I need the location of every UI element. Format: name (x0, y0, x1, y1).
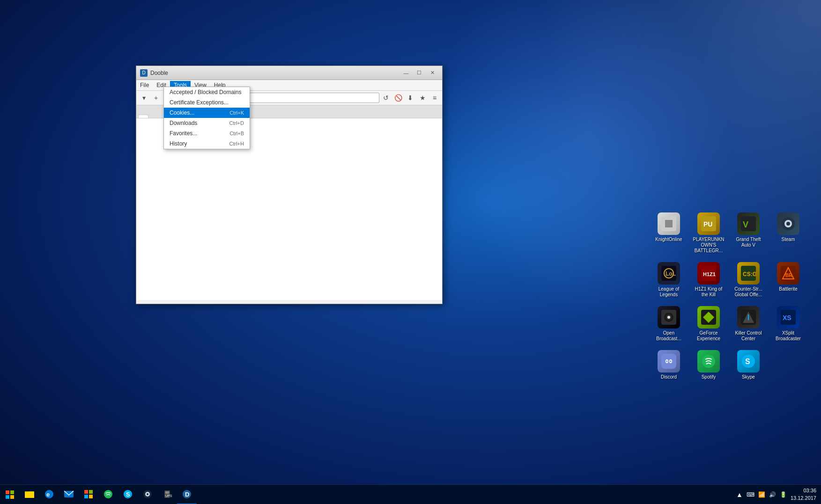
svg-marker-26 (743, 312, 754, 323)
svg-rect-9 (661, 266, 676, 281)
spotify-label: Spotify (702, 374, 716, 380)
tab-dropdown-btn[interactable]: ▾ (138, 92, 149, 103)
desktop-icon-battlerite[interactable]: BR Battlerite (769, 260, 807, 299)
menu-item-shortcut: Ctrl+B (229, 131, 244, 136)
taskbar-skype[interactable]: S (118, 485, 138, 504)
lol-icon: LoL (658, 262, 680, 285)
tray-battery[interactable]: 🔋 (780, 491, 787, 498)
killer-icon (737, 306, 760, 329)
new-tab-btn[interactable]: + (150, 92, 162, 103)
menu-item-shortcut: Ctrl+H (229, 141, 244, 146)
block-btn[interactable]: 🚫 (392, 92, 404, 103)
taskbar-store[interactable] (79, 485, 98, 504)
download-btn[interactable]: ⬇ (405, 92, 416, 103)
desktop-icon-lol[interactable]: LoL League of Legends (650, 260, 688, 299)
desktop-icon-geforce[interactable]: GeForce Experience (690, 304, 727, 343)
svg-text:LoL: LoL (666, 270, 676, 277)
svg-rect-38 (6, 490, 9, 494)
menu-history[interactable]: History Ctrl+H (164, 139, 250, 149)
tray-keyboard[interactable]: ⌨ (747, 491, 754, 498)
menu-item-label: Cookies... (170, 110, 194, 116)
menu-accepted-blocked[interactable]: Accepted / Blocked Domains (164, 87, 250, 97)
svg-rect-30 (661, 354, 676, 369)
svg-rect-51 (89, 495, 93, 498)
menu-file[interactable]: File (136, 81, 153, 89)
taskbar-ups[interactable]: UPS (157, 485, 177, 504)
svg-rect-23 (701, 310, 716, 325)
menu-favorites[interactable]: Favorites... Ctrl+B (164, 128, 250, 139)
menu-cert-exceptions[interactable]: Certificate Exceptions... (164, 97, 250, 108)
desktop-icon-h1z1[interactable]: H1Z1 H1Z1 King of the Kill (690, 260, 727, 299)
svg-rect-28 (781, 310, 796, 325)
menu-cookies[interactable]: Cookies... Ctrl+K (164, 108, 250, 118)
start-button[interactable] (0, 485, 20, 504)
svg-rect-1 (665, 220, 673, 227)
taskbar-items: e S UPS (20, 485, 732, 504)
taskbar-edge[interactable]: e (39, 485, 59, 504)
svg-rect-50 (84, 495, 88, 498)
menu-item-shortcut: Ctrl+K (229, 110, 244, 116)
svg-text:S: S (126, 491, 130, 498)
taskbar-spotify[interactable] (98, 485, 118, 504)
svg-point-33 (666, 360, 668, 362)
window-title: Dooble (150, 70, 400, 76)
app-icon: D (140, 69, 148, 77)
lol-label: League of Legends (652, 286, 685, 298)
desktop-icon-spotify[interactable]: Spotify (690, 348, 727, 382)
minimize-button[interactable]: — (400, 68, 412, 78)
tray-network[interactable]: 📶 (758, 491, 765, 498)
desktop-icon-knightonline[interactable]: KnightOnline (650, 211, 688, 256)
desktop-icon-killer[interactable]: Killer Control Center (730, 304, 767, 343)
refresh-btn[interactable]: ↺ (380, 92, 392, 103)
svg-text:PU: PU (703, 220, 712, 228)
taskbar-mail[interactable] (59, 485, 79, 504)
menu-downloads[interactable]: Downloads Ctrl+D (164, 118, 250, 128)
taskbar: e S UPS (0, 484, 821, 504)
tray-chevron[interactable]: ▲ (736, 491, 743, 498)
taskbar-dooble[interactable]: D (177, 485, 197, 504)
desktop-icon-csgo[interactable]: CS:GO Counter-Str... Global Offe... (730, 260, 767, 299)
clock-time: 03:36 (791, 487, 816, 494)
taskbar-file-explorer[interactable] (20, 485, 39, 504)
taskbar-steam[interactable] (138, 485, 157, 504)
system-clock[interactable]: 03:36 13.12.2017 (791, 487, 816, 502)
svg-rect-25 (741, 310, 756, 325)
skype-icon: S (737, 350, 760, 373)
svg-point-34 (670, 360, 672, 362)
svg-rect-39 (10, 490, 14, 494)
desktop-icon-obs[interactable]: Open Broadcast... (650, 304, 688, 343)
svg-text:S: S (745, 358, 750, 365)
pubg-label: PLAYERUNKNOWN'S BATTLEGR... (692, 237, 725, 254)
steam-label: Steam (782, 237, 795, 242)
svg-rect-16 (781, 266, 796, 281)
svg-text:H1Z1: H1Z1 (703, 271, 716, 277)
title-bar: D Dooble — ☐ ✕ (136, 66, 442, 80)
svg-text:XS: XS (783, 314, 791, 321)
desktop-icon-skype[interactable]: S Skype (730, 348, 767, 382)
svg-point-20 (664, 313, 673, 322)
svg-text:V: V (743, 220, 748, 229)
desktop-icon-xsplit[interactable]: XS XSplit Broadcaster (769, 304, 807, 343)
desktop-icon-pubg[interactable]: PU PLAYERUNKNOWN'S BATTLEGR... (690, 211, 727, 256)
menu-item-label: History (170, 140, 187, 147)
tray-volume[interactable]: 🔊 (769, 491, 776, 498)
svg-rect-14 (741, 266, 756, 281)
svg-text:D: D (185, 491, 189, 498)
svg-rect-40 (6, 495, 9, 499)
svg-text:BR: BR (785, 273, 792, 278)
tab-1[interactable] (138, 115, 148, 118)
window-controls: — ☐ ✕ (400, 68, 438, 78)
close-button[interactable]: ✕ (426, 68, 438, 78)
steam-icon (777, 212, 799, 235)
desktop-icon-gta[interactable]: V Grand Theft Auto V (730, 211, 767, 256)
desktop-icon-steam[interactable]: Steam (769, 211, 807, 256)
menu-btn[interactable]: ≡ (429, 92, 440, 103)
gta-label: Grand Theft Auto V (732, 237, 765, 248)
maximize-button[interactable]: ☐ (413, 68, 425, 78)
menu-item-label: Certificate Exceptions... (170, 99, 229, 106)
svg-point-10 (664, 269, 673, 278)
svg-rect-59 (165, 491, 169, 494)
svg-point-8 (786, 222, 790, 226)
favorites-btn[interactable]: ★ (417, 92, 428, 103)
desktop-icon-discord[interactable]: Discord (650, 348, 688, 382)
